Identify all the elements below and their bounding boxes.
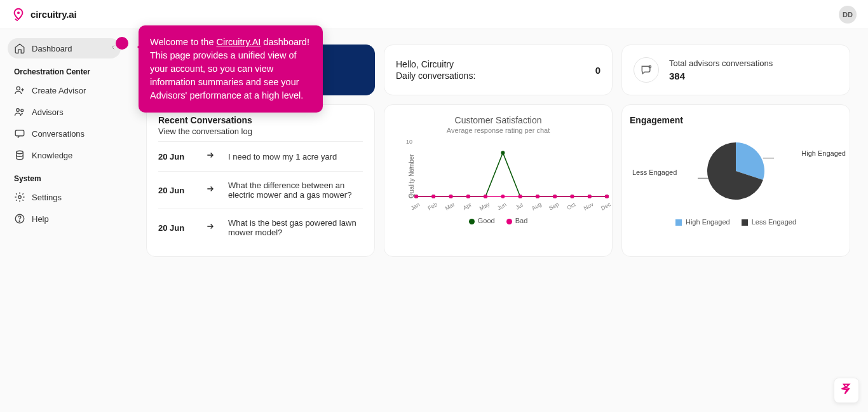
chart-legend: Good Bad xyxy=(392,217,604,224)
sidebar-item-label: Knowledge xyxy=(32,151,72,160)
arrow-right-icon xyxy=(204,184,217,196)
svg-point-1 xyxy=(17,86,20,90)
legend-bad: Bad xyxy=(506,217,528,224)
sidebar-item-label: Create Advisor xyxy=(32,86,86,95)
svg-point-43 xyxy=(519,195,522,198)
brand-name: circuitry.ai xyxy=(31,9,76,20)
svg-text:Jun: Jun xyxy=(496,201,508,211)
database-icon xyxy=(14,149,25,161)
topbar: circuitry.ai DD xyxy=(0,0,868,29)
svg-point-8 xyxy=(19,221,20,221)
pie-label-less: Less Engaged xyxy=(632,168,677,176)
recent-title: Recent Conversations xyxy=(158,115,363,125)
recent-conversations-card: Recent Conversations View the conversati… xyxy=(146,104,375,257)
svg-point-6 xyxy=(18,196,22,199)
hello-card: Hello, Circuitry Daily conversations: 0 xyxy=(384,45,613,95)
sidebar-section-system: System xyxy=(8,167,121,187)
help-icon xyxy=(14,213,25,224)
svg-text:Sep: Sep xyxy=(548,201,560,212)
svg-text:Oct: Oct xyxy=(566,201,577,211)
engagement-card: Engagement High Engaged Less Engaged Hig… xyxy=(621,104,850,257)
svg-rect-4 xyxy=(15,130,24,136)
avatar[interactable]: DD xyxy=(839,6,857,24)
chat-icon xyxy=(634,57,659,83)
svg-point-48 xyxy=(605,195,609,198)
svg-text:Mar: Mar xyxy=(444,201,456,211)
chart-subtitle: Average response rating per chat xyxy=(392,127,604,134)
stat-label: Total advisors conversations xyxy=(669,58,773,68)
sidebar-item-label: Advisors xyxy=(32,107,64,117)
brand-logo-icon xyxy=(11,8,25,22)
svg-point-46 xyxy=(570,195,574,198)
svg-text:May: May xyxy=(478,201,491,212)
svg-text:Jul: Jul xyxy=(515,202,524,210)
svg-point-3 xyxy=(21,109,24,112)
greeting-text: Hello, Circuitry xyxy=(396,59,600,69)
conversation-date: 20 Jun xyxy=(158,223,193,233)
svg-point-40 xyxy=(466,195,470,198)
sidebar-item-knowledge[interactable]: Knowledge xyxy=(8,145,121,165)
conversation-text: What the difference between an electric … xyxy=(228,181,363,200)
legend-high: High Engaged xyxy=(675,218,730,226)
assistant-fab[interactable] xyxy=(834,378,859,403)
sidebar-item-label: Dashboard xyxy=(32,44,72,53)
conversation-row[interactable]: 20 Jun What is the best gas powered lawn… xyxy=(158,209,363,246)
sidebar-item-label: Settings xyxy=(32,193,62,202)
avatar-initials: DD xyxy=(843,11,853,18)
sidebar-item-settings[interactable]: Settings xyxy=(8,187,121,207)
svg-text:Apr: Apr xyxy=(462,202,473,212)
svg-text:10: 10 xyxy=(406,139,412,145)
svg-point-38 xyxy=(431,195,435,198)
svg-text:Aug: Aug xyxy=(531,201,543,212)
svg-text:Feb: Feb xyxy=(427,201,438,211)
conversation-date: 20 Jun xyxy=(158,152,193,161)
chart-ylabel: Quality Number xyxy=(408,154,415,198)
legend-good: Good xyxy=(469,217,495,224)
svg-point-42 xyxy=(501,195,505,198)
pie-label-high: High Engaged xyxy=(801,149,846,157)
sidebar-item-dashboard[interactable]: Dashboard xyxy=(8,38,121,58)
stat-value: 384 xyxy=(669,71,773,81)
sidebar-item-help[interactable]: Help xyxy=(8,209,121,229)
chart-title: Customer Satisfaction xyxy=(392,115,604,125)
conversation-date: 20 Jun xyxy=(158,186,193,195)
svg-point-44 xyxy=(536,195,539,198)
svg-point-5 xyxy=(17,151,24,154)
conversation-row[interactable]: 20 Jun What the difference between an el… xyxy=(158,171,363,209)
sidebar-item-advisors[interactable]: Advisors xyxy=(8,102,121,122)
sidebar: Dashboard Orchestration Center Create Ad… xyxy=(0,29,128,412)
user-plus-icon xyxy=(14,85,25,96)
svg-point-0 xyxy=(17,11,20,14)
sidebar-item-label: Help xyxy=(32,214,49,224)
line-chart: Quality Number 0510JanFebMarAprMayJunJul… xyxy=(392,138,604,214)
arrow-right-icon xyxy=(204,151,217,162)
svg-point-41 xyxy=(484,195,487,198)
sidebar-item-create-advisor[interactable]: Create Advisor xyxy=(8,80,121,100)
tour-text-prefix: Welcome to the xyxy=(150,37,217,47)
daily-label: Daily conversations: xyxy=(396,71,600,81)
legend-less: Less Engaged xyxy=(742,218,796,226)
tour-anchor-dot xyxy=(116,37,128,50)
svg-point-2 xyxy=(17,109,20,112)
engagement-title: Engagement xyxy=(630,115,842,125)
daily-value: 0 xyxy=(595,65,600,76)
svg-text:Nov: Nov xyxy=(583,201,595,212)
arrow-right-icon xyxy=(204,222,217,233)
sidebar-section-orchestration: Orchestration Center xyxy=(8,60,121,80)
sidebar-item-conversations[interactable]: Conversations xyxy=(8,123,121,144)
stat-card: Total advisors conversations 384 xyxy=(621,45,850,95)
satisfaction-card: Customer Satisfaction Average response r… xyxy=(384,104,613,257)
svg-point-47 xyxy=(588,195,592,198)
svg-point-45 xyxy=(553,195,557,198)
brand[interactable]: circuitry.ai xyxy=(11,8,76,22)
sidebar-item-label: Conversations xyxy=(32,129,85,139)
engagement-legend: High Engaged Less Engaged xyxy=(630,218,842,226)
gear-icon xyxy=(14,191,25,203)
svg-point-39 xyxy=(449,195,453,198)
svg-text:Jan: Jan xyxy=(410,201,421,211)
tour-tooltip[interactable]: Welcome to the Circuitry.AI dashboard! T… xyxy=(139,25,323,113)
conversation-text: I need to mow my 1 acre yard xyxy=(228,152,363,161)
tour-link[interactable]: Circuitry.AI xyxy=(217,37,261,47)
conversation-row[interactable]: 20 Jun I need to mow my 1 acre yard xyxy=(158,141,363,171)
message-icon xyxy=(14,128,25,139)
